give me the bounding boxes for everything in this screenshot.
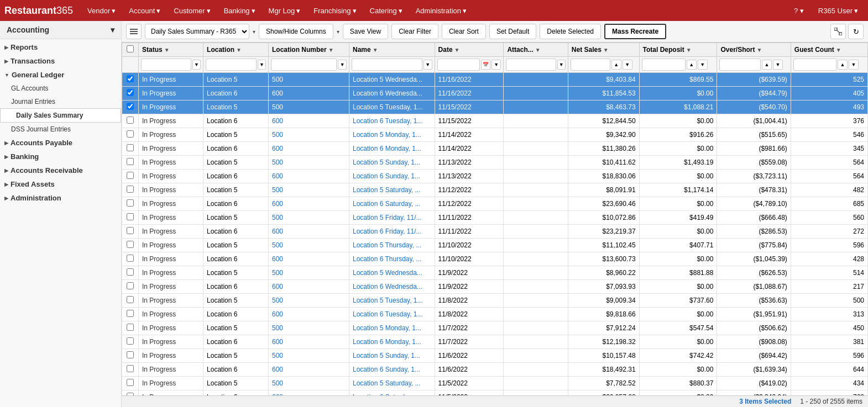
row-location-number[interactable]: 600 (269, 335, 349, 349)
row-name[interactable]: Location 5 Tuesday, 1... (349, 101, 435, 114)
name-filter-input[interactable] (352, 59, 422, 71)
row-checkbox[interactable] (127, 241, 134, 248)
table-row[interactable]: In ProgressLocation 6600Location 6 Sunda… (122, 170, 868, 183)
row-checkbox-cell[interactable] (122, 294, 139, 308)
nav-administration[interactable]: Administration ▾ (410, 4, 472, 17)
row-name[interactable]: Location 5 Sunday, 1... (349, 156, 435, 170)
table-row[interactable]: In ProgressLocation 5500Location 5 Frida… (122, 211, 868, 225)
row-checkbox-cell[interactable] (122, 128, 139, 142)
row-checkbox[interactable] (127, 130, 134, 138)
table-row[interactable]: In ProgressLocation 6600Location 6 Monda… (122, 142, 868, 156)
row-location-number[interactable]: 500 (269, 183, 349, 197)
refresh-icon-button[interactable]: ↻ (848, 24, 864, 39)
sidebar-item-general-ledger[interactable]: ▼ General Ledger (0, 68, 121, 82)
nav-mgrlog[interactable]: Mgr Log ▾ (263, 4, 306, 17)
table-row[interactable]: In ProgressLocation 6600Location 6 Thurs… (122, 252, 868, 266)
row-checkbox[interactable] (127, 379, 134, 386)
row-location-number[interactable]: 500 (269, 211, 349, 225)
row-checkbox[interactable] (127, 172, 134, 179)
row-location-number[interactable]: 500 (269, 101, 349, 114)
total-deposit-up-icon[interactable]: ▲ (687, 60, 697, 70)
row-checkbox-cell[interactable] (122, 114, 139, 128)
row-location-number[interactable]: 600 (269, 308, 349, 321)
row-checkbox[interactable] (127, 337, 134, 345)
show-hide-columns-button[interactable]: Show/Hide Columns (259, 24, 333, 39)
row-name[interactable]: Location 6 Thursday, ... (349, 252, 435, 266)
table-row[interactable]: In ProgressLocation 5500Location 5 Monda… (122, 128, 868, 142)
row-name[interactable]: Location 6 Wednesda... (349, 280, 435, 294)
row-checkbox[interactable] (127, 199, 134, 207)
row-location-number[interactable]: 600 (269, 197, 349, 211)
row-checkbox[interactable] (127, 282, 134, 289)
clear-sort-button[interactable]: Clear Sort (442, 24, 486, 39)
row-checkbox-cell[interactable] (122, 349, 139, 363)
row-checkbox-cell[interactable] (122, 321, 139, 335)
help-button[interactable]: ? ▾ (789, 4, 808, 17)
row-name[interactable]: Location 6 Saturday, ... (349, 390, 435, 396)
col-header-attach[interactable]: Attach... ▼ (504, 43, 568, 57)
table-row[interactable]: In ProgressLocation 6600Location 6 Satur… (122, 197, 868, 211)
sidebar-item-banking[interactable]: ▶ Banking (0, 150, 121, 163)
total-deposit-filter-input[interactable] (642, 59, 686, 71)
row-name[interactable]: Location 5 Thursday, ... (349, 239, 435, 252)
row-location-number[interactable]: 500 (269, 239, 349, 252)
mass-recreate-button[interactable]: Mass Recreate (604, 24, 666, 39)
row-name[interactable]: Location 5 Wednesda... (349, 73, 435, 87)
row-checkbox-cell[interactable] (122, 377, 139, 390)
row-location-number[interactable]: 500 (269, 349, 349, 363)
col-header-total-deposit[interactable]: Total Deposit ▼ (639, 43, 717, 57)
guest-count-filter-icon[interactable]: ▼ (849, 60, 859, 70)
nav-catering[interactable]: Catering ▾ (364, 4, 408, 17)
hamburger-button[interactable] (126, 24, 142, 39)
row-name[interactable]: Location 5 Saturday, ... (349, 183, 435, 197)
table-row[interactable]: In ProgressLocation 5500Location 5 Wedne… (122, 266, 868, 280)
sidebar-item-transactions[interactable]: ▶ Transactions (0, 54, 121, 68)
row-checkbox-cell[interactable] (122, 266, 139, 280)
row-checkbox[interactable] (127, 186, 134, 193)
row-name[interactable]: Location 6 Tuesday, 1... (349, 308, 435, 321)
over-short-filter-icon[interactable]: ▼ (773, 60, 783, 70)
data-table-container[interactable]: Status ▼ Location ▼ Loca (122, 43, 868, 395)
table-row[interactable]: In ProgressLocation 6600Location 6 Wedne… (122, 87, 868, 101)
col-header-name[interactable]: Name ▼ (349, 43, 435, 57)
user-menu[interactable]: R365 User ▾ (813, 4, 864, 17)
row-name[interactable]: Location 5 Tuesday, 1... (349, 294, 435, 308)
col-header-over-short[interactable]: Over/Short ▼ (717, 43, 791, 57)
row-name[interactable]: Location 6 Monday, 1... (349, 142, 435, 156)
row-name[interactable]: Location 5 Sunday, 1... (349, 349, 435, 363)
location-filter-input[interactable] (206, 59, 257, 71)
row-name[interactable]: Location 6 Sunday, 1... (349, 363, 435, 377)
row-location-number[interactable]: 600 (269, 114, 349, 128)
row-name[interactable]: Location 5 Wednesda... (349, 266, 435, 280)
table-row[interactable]: In ProgressLocation 5500Location 5 Satur… (122, 377, 868, 390)
row-checkbox-cell[interactable] (122, 239, 139, 252)
row-location-number[interactable]: 600 (269, 170, 349, 183)
row-location-number[interactable]: 500 (269, 73, 349, 87)
row-checkbox[interactable] (127, 103, 134, 110)
row-checkbox-cell[interactable] (122, 225, 139, 239)
table-row[interactable]: In ProgressLocation 6600Location 6 Tuesd… (122, 114, 868, 128)
row-checkbox[interactable] (127, 75, 134, 82)
col-header-guest-count[interactable]: Guest Count ▼ (791, 43, 867, 57)
row-checkbox[interactable] (127, 213, 134, 220)
attach-filter-icon[interactable]: ▼ (557, 60, 566, 70)
row-location-number[interactable]: 500 (269, 294, 349, 308)
clear-filter-button[interactable]: Clear Filter (391, 24, 438, 39)
sidebar-item-accounts-receivable[interactable]: ▶ Accounts Receivable (0, 163, 121, 177)
row-checkbox[interactable] (127, 255, 134, 262)
net-sales-filter-input[interactable] (571, 59, 610, 71)
guest-count-filter-input[interactable] (793, 59, 836, 71)
location-number-filter-input[interactable] (271, 59, 337, 71)
table-row[interactable]: In ProgressLocation 6600Location 6 Sunda… (122, 363, 868, 377)
row-checkbox[interactable] (127, 268, 134, 276)
table-row[interactable]: In ProgressLocation 5500Location 5 Sunda… (122, 349, 868, 363)
col-header-date[interactable]: Date ▼ (435, 43, 504, 57)
sidebar-item-daily-sales-summary[interactable]: Daily Sales Summary (0, 108, 121, 123)
row-checkbox-cell[interactable] (122, 156, 139, 170)
table-row[interactable]: In ProgressLocation 5500Location 5 Thurs… (122, 239, 868, 252)
sidebar-item-gl-accounts[interactable]: GL Accounts (0, 82, 121, 95)
net-sales-filter-icon[interactable]: ▼ (623, 60, 632, 70)
sidebar-item-fixed-assets[interactable]: ▶ Fixed Assets (0, 177, 121, 191)
row-checkbox[interactable] (127, 351, 134, 358)
nav-customer[interactable]: Customer ▾ (168, 4, 216, 17)
